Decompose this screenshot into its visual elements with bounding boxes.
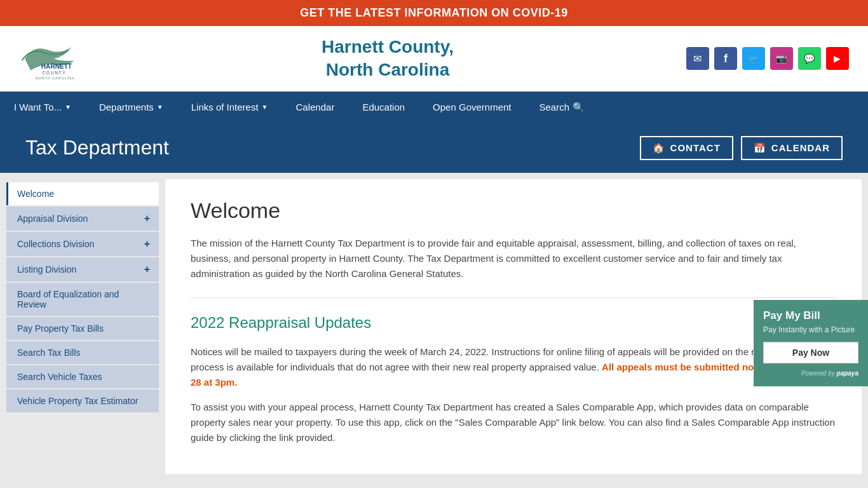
contact-icon: 🏠 <box>653 142 665 154</box>
sidebar-item-board[interactable]: Board of Equalization and Review <box>6 283 159 316</box>
nav-calendar[interactable]: Calendar <box>282 92 349 123</box>
sidebar-item-vehicle-estimator[interactable]: Vehicle Property Tax Estimator <box>6 390 159 412</box>
search-icon: 🔍 <box>573 102 585 113</box>
nextdoor-icon[interactable]: 💬 <box>798 47 821 70</box>
site-header: HARNETT COUNTY NORTH CAROLINA Harnett Co… <box>0 26 868 92</box>
content-heading: Welcome <box>191 198 836 223</box>
calendar-icon: 📅 <box>754 142 766 154</box>
content-divider <box>191 297 836 298</box>
youtube-icon[interactable]: ▶ <box>826 47 849 70</box>
main-wrapper: Welcome Appraisal Division + Collections… <box>0 173 868 480</box>
contact-button[interactable]: 🏠 CONTACT <box>640 136 733 160</box>
main-nav: I Want To... ▼ Departments ▼ Links of In… <box>0 92 868 123</box>
covid-banner-link[interactable]: GET THE LATEST INFORMATION ON COVID-19 <box>300 6 567 19</box>
page-header-actions: 🏠 CONTACT 📅 CALENDAR <box>640 136 843 160</box>
sidebar-item-welcome[interactable]: Welcome <box>6 182 159 205</box>
covid-banner[interactable]: GET THE LATEST INFORMATION ON COVID-19 <box>0 0 868 26</box>
page-title: Tax Department <box>25 136 169 159</box>
nav-open-government[interactable]: Open Government <box>419 92 525 123</box>
facebook-icon[interactable]: f <box>714 47 737 70</box>
svg-text:HARNETT: HARNETT <box>41 63 72 70</box>
sidebar: Welcome Appraisal Division + Collections… <box>0 179 159 474</box>
svg-text:COUNTY: COUNTY <box>43 71 67 75</box>
content-intro: The mission of the Harnett County Tax De… <box>191 236 836 281</box>
logo-area: HARNETT COUNTY NORTH CAROLINA <box>19 38 89 79</box>
page-header: Tax Department 🏠 CONTACT 📅 CALENDAR <box>0 123 868 173</box>
pay-now-button[interactable]: Pay Now <box>763 342 858 363</box>
sidebar-item-search-bills[interactable]: Search Tax Bills <box>6 341 159 364</box>
reappraisal-paragraph-1: Notices will be mailed to taxpayers duri… <box>191 344 836 390</box>
chevron-down-icon: ▼ <box>157 104 163 111</box>
harnett-logo: HARNETT COUNTY NORTH CAROLINA <box>19 38 89 79</box>
sidebar-item-appraisal[interactable]: Appraisal Division + <box>6 207 159 231</box>
sidebar-item-listing[interactable]: Listing Division + <box>6 257 159 281</box>
social-icons-group: ✉ f 🐦 📷 💬 ▶ <box>686 47 849 70</box>
pay-bill-subtitle: Pay Instantly with a Picture <box>763 325 858 334</box>
expand-icon: + <box>144 238 150 250</box>
sidebar-item-pay-bills[interactable]: Pay Property Tax Bills <box>6 317 159 340</box>
instagram-icon[interactable]: 📷 <box>770 47 793 70</box>
nav-i-want-to[interactable]: I Want To... ▼ <box>0 92 85 123</box>
reappraisal-paragraph-2: To assist you with your appeal process, … <box>191 400 836 445</box>
reappraisal-heading: 2022 Reappraisal Updates <box>191 314 836 332</box>
expand-icon: + <box>144 213 150 224</box>
sidebar-item-search-vehicle[interactable]: Search Vehicle Taxes <box>6 365 159 388</box>
pay-bill-title: Pay My Bill <box>763 309 858 322</box>
chevron-down-icon: ▼ <box>65 104 71 111</box>
pay-bill-widget: Pay My Bill Pay Instantly with a Picture… <box>754 300 868 386</box>
nav-education[interactable]: Education <box>348 92 419 123</box>
nav-departments[interactable]: Departments ▼ <box>85 92 177 123</box>
nav-search[interactable]: Search 🔍 <box>526 92 599 123</box>
sidebar-item-collections[interactable]: Collections Division + <box>6 232 159 256</box>
expand-icon: + <box>144 264 150 275</box>
powered-by: Powered by papaya <box>763 370 858 377</box>
email-icon[interactable]: ✉ <box>686 47 709 70</box>
chevron-down-icon: ▼ <box>262 104 268 111</box>
svg-text:NORTH CAROLINA: NORTH CAROLINA <box>36 76 75 79</box>
calendar-button[interactable]: 📅 CALENDAR <box>741 136 843 160</box>
nav-links[interactable]: Links of Interest ▼ <box>177 92 282 123</box>
twitter-icon[interactable]: 🐦 <box>742 47 765 70</box>
county-title: Harnett County, North Carolina <box>322 36 454 82</box>
